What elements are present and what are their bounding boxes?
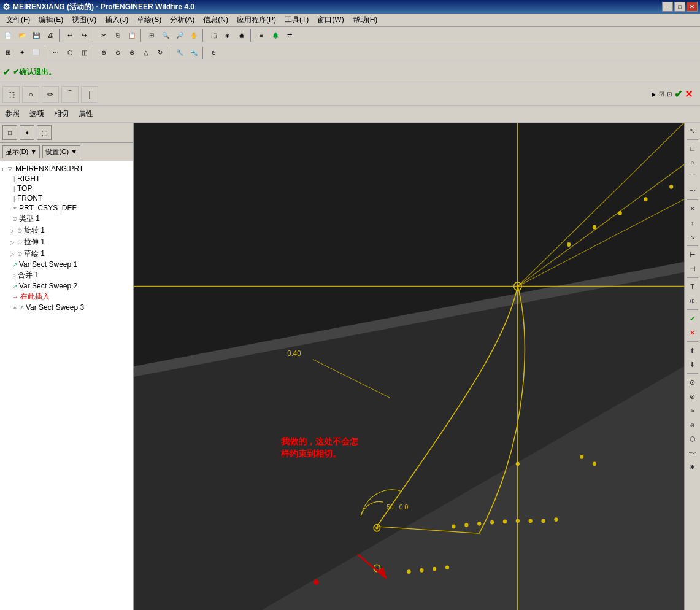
tb-3d[interactable]: ◈ (221, 29, 234, 42)
tb-relations[interactable]: ⇌ (283, 29, 296, 42)
rt-rectangle[interactable]: □ (686, 142, 699, 155)
rt-extra4[interactable]: ⌀ (686, 418, 699, 431)
tb-pan[interactable]: ✋ (187, 29, 201, 42)
tb2-5[interactable]: ⬡ (63, 46, 77, 60)
reject-button[interactable]: ✕ (685, 88, 693, 100)
maximize-button[interactable]: □ (674, 2, 685, 12)
tb-copy[interactable]: ⎘ (111, 29, 125, 42)
opt-shuxing[interactable]: 属性 (76, 107, 96, 120)
tb-layer[interactable]: ≡ (255, 29, 268, 42)
rt-offset[interactable]: ↘ (686, 230, 699, 244)
tree-root-expand[interactable]: ▽ (8, 166, 15, 172)
tree-csys[interactable]: ✶ PRT_CSYS_DEF (0, 203, 133, 213)
rt-extra2[interactable]: ⊗ (686, 390, 699, 403)
rt-dimension[interactable]: ⊢ (686, 248, 699, 261)
lp-icon-1[interactable]: □ (2, 125, 17, 140)
tb2-1[interactable]: ⊞ (1, 46, 15, 60)
menu-sketch[interactable]: 草绘(S) (133, 14, 165, 26)
tree-caohui-expand[interactable]: ▷ (10, 251, 17, 257)
tree-lashen[interactable]: ▷ ⊙ 拉伸 1 (0, 236, 133, 248)
tb-new[interactable]: 📄 (1, 29, 15, 42)
tb2-4[interactable]: ⋯ (49, 46, 63, 60)
rt-extra3[interactable]: ≈ (686, 404, 699, 417)
rt-extra7[interactable]: ✱ (686, 460, 699, 474)
menu-tools[interactable]: 工具(T) (281, 14, 312, 26)
rt-text[interactable]: T (686, 280, 699, 293)
rt-cross[interactable]: ✕ (686, 326, 699, 339)
rt-mirror[interactable]: ↕ (686, 216, 699, 230)
tree-hebing[interactable]: ○ 合并 1 (0, 269, 133, 281)
rt-constraint[interactable]: ⊣ (686, 262, 699, 276)
menu-info[interactable]: 信息(N) (199, 14, 232, 26)
menu-insert[interactable]: 插入(J) (101, 14, 132, 26)
display-dropdown[interactable]: 显示(D) ▼ (2, 145, 40, 158)
rt-extra5[interactable]: ⬡ (686, 432, 699, 446)
tree-root[interactable]: □ ▽ MEIRENXIANG.PRT (0, 164, 133, 174)
tb-orient[interactable]: ⬚ (207, 29, 220, 42)
rt-up[interactable]: ⬆ (686, 344, 699, 357)
tb2-7[interactable]: ⊕ (97, 46, 110, 60)
tb-cut[interactable]: ✂ (97, 29, 110, 42)
tree-top[interactable]: ∥ TOP (0, 183, 133, 193)
tb-save[interactable]: 💾 (29, 29, 43, 42)
tb2-9[interactable]: ⊗ (125, 46, 139, 60)
tb-paste[interactable]: 📋 (125, 29, 139, 42)
tb-redo[interactable]: ↪ (77, 29, 91, 42)
viewport[interactable]: 0.40 50 0.0 我做的，这处不会怎 样约束到相切。 (134, 123, 684, 610)
rt-palette[interactable]: ⊕ (686, 294, 699, 307)
settings-dropdown[interactable]: 设置(G) ▼ (42, 145, 80, 158)
tree-xuanzhuan-expand[interactable]: ▷ (10, 228, 17, 234)
menu-help[interactable]: 帮助(H) (349, 14, 382, 26)
tb2-10[interactable]: △ (139, 46, 153, 60)
rt-trim[interactable]: ✕ (686, 202, 699, 215)
opt-xiangqie[interactable]: 相切 (52, 107, 71, 120)
tb-zoom-out[interactable]: 🔎 (173, 29, 187, 42)
accept-button[interactable]: ✔ (674, 88, 682, 100)
tree-right[interactable]: ∥ RIGHT (0, 174, 133, 183)
tb-print[interactable]: 🖨 (44, 29, 57, 42)
lp-icon-2[interactable]: ✦ (20, 125, 34, 140)
tree-caohui[interactable]: ▷ ⊙ 草绘 1 (0, 248, 133, 260)
tb2-11[interactable]: ↻ (153, 46, 167, 60)
rt-arc[interactable]: ⌒ (686, 170, 699, 183)
sk-btn-5[interactable]: | (81, 86, 98, 103)
tb2-13[interactable]: 🔩 (187, 46, 201, 60)
lp-icon-3[interactable]: ⬚ (37, 125, 52, 140)
close-button[interactable]: ✕ (687, 2, 698, 12)
tb-zoom-in[interactable]: 🔍 (159, 29, 172, 42)
rt-check[interactable]: ✔ (686, 312, 699, 325)
tb2-3[interactable]: ⬜ (29, 46, 43, 60)
tb-shade[interactable]: ◉ (235, 29, 248, 42)
tree-sweep1[interactable]: ↗ Var Sect Sweep 1 (0, 260, 133, 269)
sk-btn-1[interactable]: ⬚ (2, 86, 20, 103)
tb-repaint[interactable]: ⊞ (145, 29, 158, 42)
rt-select[interactable]: ↖ (686, 124, 699, 137)
tree-sweep2[interactable]: ↗ Var Sect Sweep 2 (0, 281, 133, 291)
tb2-6[interactable]: ◫ (77, 46, 91, 60)
sk-btn-2[interactable]: ○ (22, 86, 39, 103)
tb2-2[interactable]: ✦ (15, 46, 29, 60)
sk-btn-4[interactable]: ⌒ (61, 86, 79, 103)
tb2-8[interactable]: ⊙ (111, 46, 125, 60)
tree-lashen-expand[interactable]: ▷ (10, 239, 17, 245)
menu-edit[interactable]: 编辑(E) (35, 14, 67, 26)
tree-xuanzhuan[interactable]: ▷ ⊙ 旋转 1 (0, 225, 133, 236)
rt-extra6[interactable]: 〰 (686, 446, 699, 460)
menu-view[interactable]: 视图(V) (68, 14, 100, 26)
tb2-mouse[interactable]: 🖱 (207, 46, 220, 60)
tree-sweep3[interactable]: ✶ ↗ Var Sect Sweep 3 (0, 303, 133, 312)
tb-model-tree[interactable]: 🌲 (269, 29, 282, 42)
opt-xuanxiang[interactable]: 选项 (27, 107, 47, 120)
menu-window[interactable]: 窗口(W) (313, 14, 347, 26)
minimize-button[interactable]: ─ (662, 2, 673, 12)
menu-file[interactable]: 文件(F) (2, 14, 34, 26)
menu-app[interactable]: 应用程序(P) (233, 14, 280, 26)
tb2-12[interactable]: 🔧 (173, 46, 187, 60)
tree-leixing[interactable]: ⊙ 类型 1 (0, 213, 133, 225)
rt-down[interactable]: ⬇ (686, 358, 699, 371)
rt-spline[interactable]: 〜 (686, 184, 699, 198)
tb-open[interactable]: 📂 (15, 29, 29, 42)
opt-cankao[interactable]: 参照 (2, 107, 22, 120)
tb-undo[interactable]: ↩ (63, 29, 77, 42)
tree-insert[interactable]: → 在此插入 (0, 291, 133, 303)
